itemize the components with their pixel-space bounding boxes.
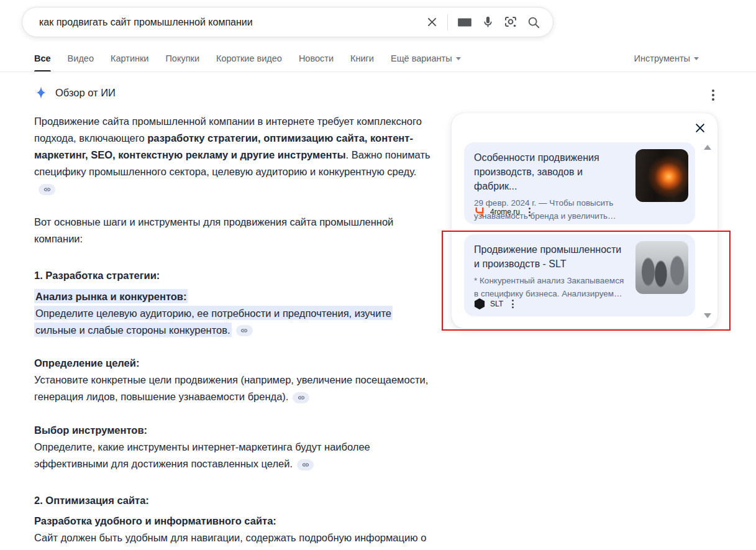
source-domain[interactable]: SLT	[490, 300, 503, 308]
tab-all[interactable]: Все	[34, 53, 51, 65]
lens-camera-icon[interactable]	[503, 15, 518, 30]
highlighted-text: Анализ рынка и конкурентов:	[34, 289, 188, 303]
paragraph-text: Установите конкретные цели продвижения (…	[34, 374, 428, 402]
overview-paragraph: Продвижение сайта промышленной компании …	[34, 113, 432, 197]
subsection-text: Сайт должен быть удобным для навигации, …	[34, 529, 432, 550]
highlighted-text: Определите целевую аудиторию, ее потребн…	[34, 306, 393, 337]
tab-shopping[interactable]: Покупки	[165, 53, 199, 65]
scroll-up-arrow[interactable]	[704, 145, 711, 150]
source-more-button[interactable]	[512, 300, 514, 308]
subsection-text: Определите целевую аудиторию, ее потребн…	[34, 305, 432, 338]
tab-news[interactable]: Новости	[299, 53, 334, 65]
tab-short-videos[interactable]: Короткие видео	[216, 53, 282, 65]
tab-more-options-label: Ещё варианты	[391, 53, 452, 63]
search-input[interactable]	[22, 16, 426, 29]
link-icon	[43, 186, 51, 193]
source-card-thumbnail-workers	[635, 241, 688, 294]
source-link-chip[interactable]	[297, 459, 314, 470]
tab-images[interactable]: Картинки	[111, 53, 148, 65]
subsection-title: Разработка удобного и информативного сай…	[34, 513, 432, 529]
ai-sparkle-icon	[34, 86, 48, 99]
source-domain[interactable]: 4rome.ru	[490, 208, 520, 216]
tab-more-options[interactable]: Ещё варианты	[391, 53, 461, 65]
ai-overview-header: Обзор от ИИ	[34, 86, 116, 99]
subsection-text: Установите конкретные цели продвижения (…	[34, 372, 432, 405]
link-icon	[240, 327, 248, 334]
source-more-button[interactable]	[529, 208, 531, 216]
mic-icon[interactable]	[481, 16, 494, 29]
paragraph-text: Сайт должен быть удобным для навигации, …	[34, 532, 426, 550]
source-link-chip[interactable]	[236, 325, 253, 336]
section-heading-2: 2. Оптимизация сайта:	[34, 492, 432, 509]
slt-favicon	[474, 298, 485, 309]
subsection-title: Определение целей:	[34, 355, 432, 372]
subsection-text: Определите, какие инструменты интернет-м…	[34, 439, 432, 472]
4rome-favicon	[474, 206, 485, 218]
source-card-title[interactable]: Продвижение промышленности и производств…	[474, 242, 623, 271]
tab-tools-label: Инструменты	[634, 53, 690, 63]
ai-overview-more-button[interactable]	[706, 88, 721, 103]
section-heading-1: 1. Разработка стратегии:	[34, 267, 432, 284]
tab-video[interactable]: Видео	[68, 53, 94, 65]
clear-search-icon[interactable]	[426, 16, 439, 29]
chevron-down-icon	[694, 57, 699, 60]
link-icon	[298, 394, 305, 401]
source-card-slt[interactable]: Продвижение промышленности и производств…	[464, 234, 695, 316]
search-bar-divider	[447, 14, 448, 30]
source-card-title[interactable]: Особенности продвижения производств, зав…	[474, 150, 623, 193]
paragraph-text: Определите, какие инструменты интернет-м…	[34, 441, 370, 469]
ai-overview-body: Продвижение сайта промышленной компании …	[34, 113, 432, 550]
search-bar	[22, 7, 553, 37]
close-panel-button[interactable]	[693, 121, 708, 135]
overview-paragraph: Вот основные шаги и инструменты для прод…	[34, 214, 432, 247]
search-icon[interactable]	[527, 16, 540, 29]
tab-tools[interactable]: Инструменты	[634, 53, 699, 65]
result-tabs: Все Видео Картинки Покупки Короткие виде…	[34, 53, 731, 65]
source-link-chip[interactable]	[293, 392, 309, 403]
subsection-title: Выбор инструментов:	[34, 422, 432, 439]
link-icon	[302, 461, 309, 469]
chevron-down-icon	[456, 57, 461, 60]
close-icon	[694, 122, 706, 134]
tab-books[interactable]: Книги	[350, 53, 374, 65]
sources-panel: Особенности продвижения производств, зав…	[452, 113, 717, 328]
keyboard-icon[interactable]	[457, 14, 473, 30]
source-card-thumbnail-foundry	[635, 149, 688, 202]
subsection-title: Анализ рынка и конкурентов:	[34, 288, 432, 305]
source-card-snippet: * Конкурентный анализ Закапываемся в спе…	[474, 274, 627, 300]
ai-overview-title: Обзор от ИИ	[55, 87, 116, 99]
source-card-4rome[interactable]: Особенности продвижения производств, зав…	[464, 142, 695, 224]
scroll-down-arrow[interactable]	[704, 313, 711, 318]
source-link-chip[interactable]	[39, 184, 55, 195]
tabs-divider	[0, 71, 756, 72]
